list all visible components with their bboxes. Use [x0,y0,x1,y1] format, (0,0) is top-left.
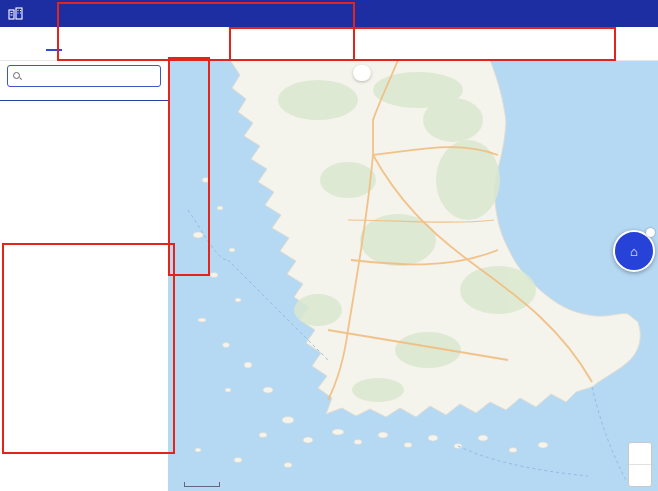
close-icon[interactable] [646,228,655,237]
search-input[interactable] [25,71,149,82]
asil-logo-building-icon [8,7,23,20]
zoom-out-button[interactable] [629,465,651,486]
tab-apartment-officetel[interactable] [46,43,62,51]
region-breadcrumb [0,91,168,101]
subheader [0,27,658,61]
asil-logo[interactable] [0,7,37,20]
map-attribution [172,482,220,487]
app-download-fab[interactable]: ⌂ [613,230,655,272]
map-area[interactable]: ⌂ [168,60,658,491]
map-zoom-control [628,442,652,487]
asil-app: ⌂ [0,0,658,491]
search-icon [13,72,21,80]
sidebar-footer [0,479,168,491]
top-navbar [0,0,658,27]
apartment-search-box[interactable] [7,65,161,87]
admin-level-toggle [353,65,371,81]
sidebar [0,60,168,491]
map-scale [184,482,220,487]
building-icon: ⌂ [630,245,638,258]
korea-map-graphic [168,60,658,491]
zoom-in-button[interactable] [629,443,651,465]
